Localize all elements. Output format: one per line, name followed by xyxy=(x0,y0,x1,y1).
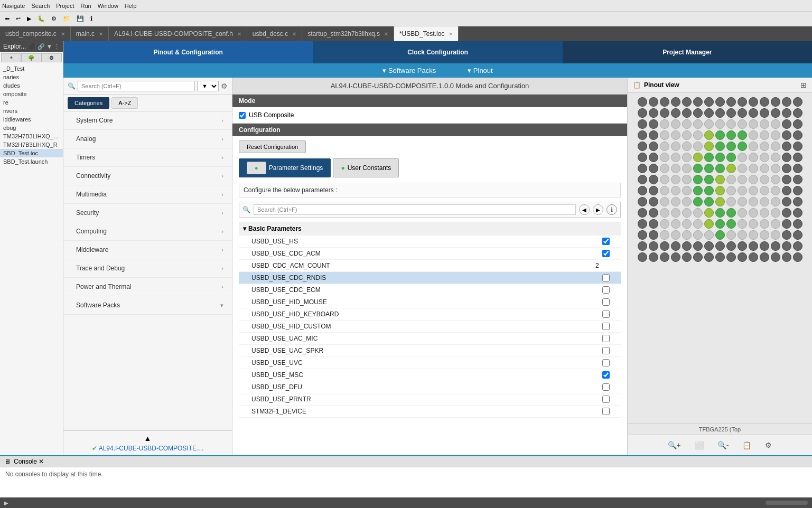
explorer-item-8[interactable]: TM32H7B3LIHXQ_FL xyxy=(0,132,63,140)
usb-composite-checkbox[interactable] xyxy=(239,112,246,119)
export-btn[interactable]: 📋 xyxy=(739,438,755,452)
explorer-more-icon[interactable]: ⋮ xyxy=(54,43,60,50)
param-checkbox-7[interactable] xyxy=(602,323,610,330)
category-middleware[interactable]: Middleware › xyxy=(63,241,232,259)
pinout-settings-btn[interactable]: ⊞ xyxy=(800,81,807,89)
explorer-item-6[interactable]: iddlewares xyxy=(0,115,63,124)
category-software-packs[interactable]: Software Packs ▾ xyxy=(63,296,232,315)
tab-pinout-config[interactable]: Pinout & Configuration xyxy=(63,41,313,63)
explorer-tree-btn[interactable]: 🌳 xyxy=(21,53,41,62)
category-connectivity[interactable]: Connectivity › xyxy=(63,167,232,185)
category-power-thermal[interactable]: Power and Thermal › xyxy=(63,278,232,296)
tab-usbd-test[interactable]: *USBD_Test.ioc ✕ xyxy=(394,26,459,41)
explorer-item-0[interactable]: _D_Test xyxy=(0,64,63,73)
explorer-item-7[interactable]: ebug xyxy=(0,124,63,132)
explorer-item-11[interactable]: SBD_Test.launch xyxy=(0,157,63,166)
cat-footer: ▲ ✔ AL94.I-CUBE-USBD-COMPOSITE.... xyxy=(63,430,232,455)
toolbar-btn-5[interactable]: ⚙ xyxy=(49,14,59,24)
explorer-item-4[interactable]: re xyxy=(0,98,63,107)
tab-close[interactable]: ✕ xyxy=(61,31,65,37)
category-analog[interactable]: Analog › xyxy=(63,130,232,148)
param-checkbox-5[interactable] xyxy=(602,298,610,306)
explorer-item-10[interactable]: SBD_Test.ioc xyxy=(0,149,63,157)
explorer-filter-icon[interactable]: ▼ xyxy=(46,43,52,50)
reset-config-btn[interactable]: Reset Configuration xyxy=(239,140,306,153)
param-checkbox-0[interactable] xyxy=(602,238,610,245)
fit-btn[interactable]: ⬜ xyxy=(691,438,707,452)
bga-pin xyxy=(760,241,769,251)
cat-tab-az[interactable]: A->Z xyxy=(111,97,138,109)
category-multimedia[interactable]: Multimedia › xyxy=(63,185,232,204)
param-checkbox-4[interactable] xyxy=(602,286,610,294)
cat-tab-categories[interactable]: Categories xyxy=(68,97,109,109)
explorer-item-2[interactable]: cludes xyxy=(0,81,63,90)
zoom-in-btn[interactable]: 🔍+ xyxy=(664,438,685,452)
explorer-filter-btn[interactable]: ⚙ xyxy=(42,53,62,62)
toolbar-btn-6[interactable]: 📁 xyxy=(60,14,73,24)
param-checkbox-1[interactable] xyxy=(602,250,610,257)
param-checkbox-13[interactable] xyxy=(602,396,610,403)
param-tab-constants[interactable]: ● User Constants xyxy=(333,158,399,177)
menu-project[interactable]: Project xyxy=(56,3,74,9)
status-scroll[interactable] xyxy=(766,501,808,505)
toolbar-btn-1[interactable]: ⬅ xyxy=(2,14,12,24)
param-checkbox-12[interactable] xyxy=(602,383,610,391)
param-next-btn[interactable]: ▶ xyxy=(593,204,603,215)
zoom-out-btn[interactable]: 🔍- xyxy=(714,438,733,452)
param-info-btn[interactable]: ℹ xyxy=(606,204,617,215)
tab-close[interactable]: ✕ xyxy=(237,31,241,37)
sub-header-software-packs[interactable]: ▾ Software Packs xyxy=(382,67,436,74)
explorer-link-icon[interactable]: 🔗 xyxy=(38,43,45,50)
cat-footer-link[interactable]: ✔ AL94.I-CUBE-USBD-COMPOSITE.... xyxy=(92,445,204,452)
category-system-core[interactable]: System Core › xyxy=(63,111,232,130)
param-search-input[interactable] xyxy=(254,204,576,215)
menu-run[interactable]: Run xyxy=(81,3,91,9)
tab-close[interactable]: ✕ xyxy=(292,31,296,37)
param-checkbox-11[interactable] xyxy=(602,371,610,379)
param-checkbox-14[interactable] xyxy=(602,408,610,415)
tab-usbd-desc[interactable]: usbd_desc.c ✕ xyxy=(247,26,302,41)
tab-main[interactable]: main.c ✕ xyxy=(71,26,109,41)
category-select[interactable]: ▼ xyxy=(197,81,219,91)
explorer-item-1[interactable]: naries xyxy=(0,73,63,81)
param-prev-btn[interactable]: ◀ xyxy=(579,204,590,215)
tab-close[interactable]: ✕ xyxy=(384,31,388,37)
category-gear-btn[interactable]: ⚙ xyxy=(221,82,228,90)
tab-clock-config[interactable]: Clock Configuration xyxy=(313,41,562,63)
param-checkbox-9[interactable] xyxy=(602,347,610,354)
category-search-input[interactable] xyxy=(78,81,195,91)
toolbar-btn-4[interactable]: 🐛 xyxy=(35,14,48,24)
basic-params-header[interactable]: ▾ Basic Parameters xyxy=(239,222,621,236)
explorer-collapse-icon[interactable]: ⬛ xyxy=(29,43,36,50)
explorer-item-9[interactable]: TM32H7B3LIHXQ_R xyxy=(0,140,63,149)
menu-window[interactable]: Window xyxy=(98,3,118,9)
category-timers[interactable]: Timers › xyxy=(63,148,232,167)
param-tab-settings[interactable]: ● Parameter Settings xyxy=(239,158,331,177)
menu-search[interactable]: Search xyxy=(31,3,50,9)
explorer-item-5[interactable]: rivers xyxy=(0,107,63,115)
tab-usbd-composite[interactable]: usbd_composite.c ✕ xyxy=(0,26,71,41)
menu-help[interactable]: Help xyxy=(125,3,137,9)
param-checkbox-3[interactable] xyxy=(602,274,610,281)
menu-navigate[interactable]: Navigate xyxy=(2,3,25,9)
param-checkbox-6[interactable] xyxy=(602,311,610,318)
explorer-expand-btn[interactable]: + xyxy=(1,53,21,62)
param-checkbox-8[interactable] xyxy=(602,335,610,342)
toolbar-btn-2[interactable]: ↩ xyxy=(13,14,23,24)
sub-header-pinout[interactable]: ▾ Pinout xyxy=(468,67,492,74)
param-checkbox-10[interactable] xyxy=(602,359,610,366)
tab-project-manager[interactable]: Project Manager xyxy=(563,41,812,63)
tab-close[interactable]: ✕ xyxy=(99,31,103,37)
explorer-item-3[interactable]: omposite xyxy=(0,90,63,98)
tab-close[interactable]: ✕ xyxy=(449,31,453,37)
toolbar-btn-7[interactable]: 💾 xyxy=(74,14,87,24)
category-computing[interactable]: Computing › xyxy=(63,222,232,241)
scroll-up-btn[interactable]: ▲ xyxy=(144,434,152,443)
toolbar-btn-8[interactable]: ℹ xyxy=(88,14,95,24)
tab-startup[interactable]: startup_stm32h7b3lihxq.s ✕ xyxy=(302,26,394,41)
settings-btn[interactable]: ⚙ xyxy=(761,438,776,452)
toolbar-btn-3[interactable]: ▶ xyxy=(24,14,34,24)
tab-composite-conf[interactable]: AL94.I-CUBE-USBD-COMPOSITE_conf.h ✕ xyxy=(109,26,247,41)
category-security[interactable]: Security › xyxy=(63,204,232,222)
category-trace-debug[interactable]: Trace and Debug › xyxy=(63,259,232,278)
